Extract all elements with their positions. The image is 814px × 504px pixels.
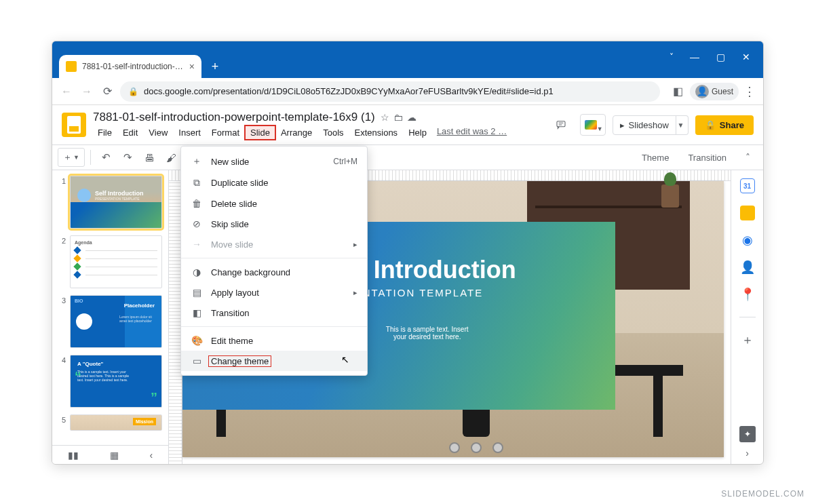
menu-edit[interactable]: Edit: [118, 126, 142, 139]
transition-icon: ◧: [191, 307, 203, 318]
window-controls: ˅ — ▢ ✕: [670, 47, 758, 67]
menu-item-move-slide: → Move slide ▸: [181, 234, 367, 254]
browser-window: 7881-01-self-introduction-power × + ˅ — …: [52, 41, 764, 465]
new-tab-button[interactable]: +: [206, 57, 225, 76]
submenu-arrow-icon: ▸: [353, 288, 357, 297]
transition-tab[interactable]: Transition: [680, 150, 735, 166]
move-icon: →: [191, 239, 203, 250]
close-tab-icon[interactable]: ×: [189, 61, 195, 72]
filmstrip-footer: ▮▮ ▦ ‹: [52, 445, 169, 464]
menu-item-skip-slide[interactable]: ⊘ Skip slide: [181, 214, 367, 234]
menu-item-change-theme[interactable]: ▭ Change theme ↖: [181, 351, 367, 371]
print-button[interactable]: 🖶: [140, 148, 159, 167]
plus-icon: ＋: [191, 155, 203, 168]
menu-file[interactable]: File: [93, 126, 117, 139]
slide-thumbnail-2[interactable]: Agenda: [70, 235, 162, 288]
menu-help[interactable]: Help: [404, 126, 431, 139]
chevron-down-icon: ▼: [597, 125, 603, 132]
workspace: 1 Self Introduction PRESENTATION TEMPLAT…: [52, 170, 763, 464]
slide-thumbnail-5[interactable]: Mission: [70, 414, 162, 431]
reload-button[interactable]: ⟳: [100, 84, 115, 99]
menu-view[interactable]: View: [144, 126, 172, 139]
side-panel-toggle-icon[interactable]: ◧: [671, 84, 686, 99]
address-bar[interactable]: 🔒 docs.google.com/presentation/d/1D9CiL0…: [120, 81, 660, 102]
undo-button[interactable]: ↶: [96, 148, 115, 167]
layout-icon: ▤: [191, 287, 203, 298]
collapse-toolbar-button[interactable]: ˄: [737, 152, 758, 163]
thumb3-title: Placeholder: [124, 303, 155, 309]
hide-sidepanel-icon[interactable]: ›: [745, 448, 749, 459]
redo-button[interactable]: ↷: [118, 148, 137, 167]
slideshow-menu-button[interactable]: ▼: [674, 115, 689, 135]
grid-view-icon[interactable]: ▦: [110, 450, 119, 461]
new-slide-button[interactable]: ＋ ▼: [58, 148, 85, 167]
star-icon[interactable]: ☆: [381, 112, 389, 123]
menu-slide[interactable]: Slide: [246, 126, 275, 139]
filmstrip: 1 Self Introduction PRESENTATION TEMPLAT…: [52, 170, 169, 464]
shortcut-label: Ctrl+M: [333, 157, 357, 166]
slide-thumbnail-4[interactable]: A "Quote" This is a sample text. Insert …: [70, 355, 162, 408]
menu-tools[interactable]: Tools: [318, 126, 348, 139]
last-edit-link[interactable]: Last edit was 2 …: [437, 126, 507, 139]
calendar-icon[interactable]: 31: [740, 178, 755, 193]
submenu-arrow-icon: ▸: [353, 240, 357, 249]
theme-tab[interactable]: Theme: [634, 150, 677, 166]
thumb-number: 2: [58, 235, 66, 288]
back-button[interactable]: ←: [59, 84, 74, 99]
menu-separator: [181, 258, 367, 258]
cloud-status-icon[interactable]: ☁: [407, 112, 416, 123]
avatar-icon: [77, 189, 91, 202]
document-title[interactable]: 7881-01-self-introduction-powerpoint-tem…: [93, 111, 375, 124]
menu-item-new-slide[interactable]: ＋ New slide Ctrl+M: [181, 151, 367, 172]
paint-format-button[interactable]: 🖌: [161, 148, 180, 167]
menu-arrange[interactable]: Arrange: [276, 126, 317, 139]
minimize-button[interactable]: —: [683, 47, 706, 67]
keep-icon[interactable]: [740, 206, 755, 220]
browser-titlebar: 7881-01-self-introduction-power × + ˅ — …: [52, 41, 763, 78]
slides-favicon: [66, 61, 77, 72]
collapse-filmstrip-icon[interactable]: ‹: [149, 450, 153, 461]
addons-button[interactable]: ＋: [740, 332, 755, 347]
move-to-folder-icon[interactable]: 🗀: [393, 112, 403, 123]
share-button[interactable]: 🔒 Share: [695, 115, 754, 135]
slideshow-button[interactable]: ▸ Slideshow: [613, 115, 676, 135]
contacts-icon[interactable]: 👤: [740, 260, 755, 275]
thumb1-title: Self Introduction: [95, 190, 144, 197]
lock-icon: 🔒: [128, 87, 138, 96]
slide-thumbnail-3[interactable]: Placeholder Lorem ipsum dolor sit amet t…: [70, 295, 162, 348]
maximize-button[interactable]: ▢: [709, 47, 732, 67]
tab-overflow-icon[interactable]: ˅: [670, 52, 674, 62]
menu-item-duplicate-slide[interactable]: ⧉ Duplicate slide: [181, 172, 367, 193]
thumb5-title: Mission: [133, 418, 156, 425]
menu-item-change-background[interactable]: ◑ Change background: [181, 262, 367, 282]
meet-button[interactable]: ▼: [580, 114, 606, 136]
url-text: docs.google.com/presentation/d/1D9CiL08o…: [144, 86, 554, 96]
menu-item-edit-theme[interactable]: 🎨 Edit theme: [181, 330, 367, 351]
profile-chip[interactable]: 👤 Guest: [690, 83, 739, 100]
thumb-number: 3: [58, 295, 66, 348]
menu-item-apply-layout[interactable]: ▤ Apply layout ▸: [181, 282, 367, 303]
lock-icon: 🔒: [705, 120, 716, 130]
close-window-button[interactable]: ✕: [735, 47, 758, 67]
menu-separator: [181, 326, 367, 327]
menu-extensions[interactable]: Extensions: [350, 126, 403, 139]
menu-format[interactable]: Format: [207, 126, 244, 139]
maps-icon[interactable]: 📍: [740, 287, 755, 302]
forward-button[interactable]: →: [79, 84, 94, 99]
browser-menu-button[interactable]: ⋮: [743, 84, 756, 99]
comments-button[interactable]: [549, 113, 573, 137]
share-label: Share: [720, 120, 744, 130]
menu-item-transition[interactable]: ◧ Transition: [181, 303, 367, 323]
browser-toolbar: ← → ⟳ 🔒 docs.google.com/presentation/d/1…: [52, 78, 763, 105]
trash-icon: 🗑: [191, 198, 203, 209]
slide-thumbnail-1[interactable]: Self Introduction PRESENTATION TEMPLATE: [70, 176, 162, 229]
menu-insert[interactable]: Insert: [174, 126, 206, 139]
explore-button[interactable]: ✦: [739, 426, 756, 442]
menu-item-delete-slide[interactable]: 🗑 Delete slide: [181, 193, 367, 214]
slides-logo[interactable]: [62, 113, 86, 137]
duplicate-icon: ⧉: [191, 177, 203, 189]
tasks-icon[interactable]: ◉: [740, 233, 755, 248]
play-icon: ▸: [620, 120, 625, 130]
browser-tab[interactable]: 7881-01-self-introduction-power ×: [59, 55, 201, 78]
filmstrip-view-icon[interactable]: ▮▮: [68, 450, 79, 461]
